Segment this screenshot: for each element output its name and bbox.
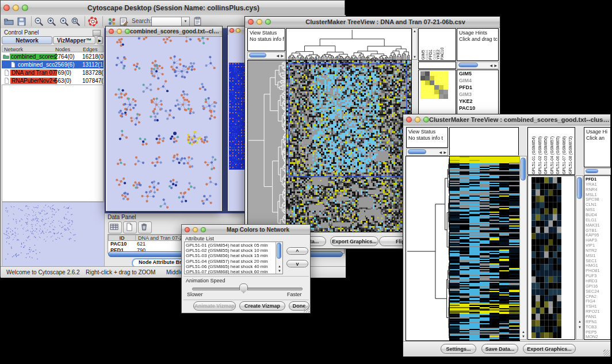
open-session-icon[interactable] xyxy=(4,17,14,26)
tv1-left-hscrollbar[interactable]: ◀ ▶ xyxy=(247,52,285,59)
tv2-gene-rpn1[interactable]: RPN1 xyxy=(586,319,597,324)
zoom-fit-icon[interactable] xyxy=(71,17,81,26)
tv2-gene-kap95[interactable]: KAP95 xyxy=(586,232,599,237)
tv2-gene-pan1[interactable]: PAN1 xyxy=(586,314,596,319)
attribute-item[interactable]: GPL51-03 (GSM856) heat shock 15 min xyxy=(186,253,268,258)
tv2-gene-mak31[interactable]: MAK31 xyxy=(586,223,600,228)
tv2-gene-gpi16[interactable]: GPI16 xyxy=(586,283,598,289)
minimize-icon[interactable] xyxy=(236,28,240,33)
attribute-table-icon[interactable] xyxy=(108,221,122,233)
column-header-edges[interactable]: Edges xyxy=(83,47,104,52)
close-icon[interactable] xyxy=(3,5,10,11)
scroll-right-icon[interactable]: ▶ xyxy=(281,54,284,58)
network-row-combinedscores[interactable]: combined_scores2764(0)16218(0) xyxy=(2,52,104,60)
zoom-window-icon[interactable] xyxy=(22,5,28,11)
minimize-icon[interactable] xyxy=(117,29,122,34)
column-header-network[interactable]: Network xyxy=(4,47,53,52)
tab-network[interactable]: Network xyxy=(2,36,52,44)
save-session-icon[interactable] xyxy=(17,17,26,26)
scroll-left-icon[interactable]: ◀ xyxy=(276,54,279,58)
tv2-gene-vip1[interactable]: VIP1 xyxy=(586,243,595,248)
float-panel-icon[interactable] xyxy=(93,30,101,36)
tv2-gene-pep5[interactable]: PEP5 xyxy=(586,329,596,335)
resize-grip[interactable] xyxy=(603,350,610,356)
tv2-gene-elg1[interactable]: ELG1 xyxy=(586,217,596,223)
tv2-gene-yra1[interactable]: YRA1 xyxy=(586,182,597,187)
tv2-gene-hrd3[interactable]: HRD3 xyxy=(586,278,597,283)
tv2-row-dendrogram[interactable] xyxy=(406,156,450,341)
attribute-item[interactable]: GPL51-06 (GSM865) heat shock 40 min xyxy=(186,264,268,269)
tv2-left-hscrollbar[interactable]: ◀ ▶ xyxy=(406,148,448,156)
network-overview-thumbnail[interactable] xyxy=(2,202,105,267)
tv2-gene-ysh1[interactable]: YSH1 xyxy=(586,304,597,309)
attribute-item[interactable]: GPL51-07 (GSM868) heat shock 60 min xyxy=(186,269,268,274)
search-input[interactable] xyxy=(151,17,182,26)
zoom-in-icon[interactable] xyxy=(47,17,56,26)
tv1-gene-gim5[interactable]: GIM5 xyxy=(459,71,472,76)
tv2-gene-pho81[interactable]: PHO81 xyxy=(586,268,600,273)
tv1-correlation-matrix[interactable] xyxy=(420,71,448,99)
network-row-rnapubernov2[interactable]: RNAPuberNov2+563(0)107847(0) xyxy=(2,76,104,85)
zoom-window-icon[interactable] xyxy=(265,19,271,25)
move-up-button[interactable]: ^ xyxy=(286,247,308,255)
tv1-button-exportgraphics[interactable]: Export Graphics... xyxy=(330,236,378,246)
map-colors-titlebar[interactable]: Map Colors to Network xyxy=(182,225,310,235)
tv2-gene-puf3[interactable]: PUF3 xyxy=(586,273,596,278)
tv2-zoom-vscrollbar[interactable]: ▲ ▼ xyxy=(576,175,583,340)
tv2-gene-spc98[interactable]: SPC98 xyxy=(586,197,599,202)
search-config-icon[interactable] xyxy=(193,17,202,26)
tv2-gene-pfd1[interactable]: PFD1 xyxy=(586,177,596,182)
tv1-gene-yke2[interactable]: YKE2 xyxy=(459,98,473,104)
tv2-gene-cln1[interactable]: CLN1 xyxy=(586,202,596,207)
tv2-gene-rpo21[interactable]: RPO21 xyxy=(586,309,600,314)
attribute-list-scrollbar[interactable]: ▲ ▼ xyxy=(276,242,282,274)
tv2-gene-fig4[interactable]: FIG4 xyxy=(586,298,595,304)
resize-grip[interactable] xyxy=(303,306,309,312)
tv2-gene-msl1[interactable]: MSL1 xyxy=(586,192,597,197)
tv2-gene-bud4[interactable]: BUD4 xyxy=(586,212,597,217)
tv2-zoom-heatmap[interactable] xyxy=(531,177,561,338)
tv1-mini-vscrollbar[interactable]: ▲ ▼ xyxy=(412,28,418,60)
close-icon[interactable] xyxy=(185,227,190,232)
tv2-gene-sec24[interactable]: SEC24 xyxy=(586,289,599,294)
tv1-right-hscrollbar[interactable]: ◀ ▶ xyxy=(457,62,499,69)
network-view-titlebar[interactable]: combined_scores_good.txt--cluste... xyxy=(106,26,222,37)
tv2-gene-hap3[interactable]: HAP3 xyxy=(586,237,597,243)
minimize-icon[interactable] xyxy=(193,227,198,232)
network-graph-canvas[interactable] xyxy=(107,37,221,211)
new-attribute-icon[interactable] xyxy=(123,221,137,233)
tab-vizmapper[interactable]: VizMapper™ xyxy=(53,36,95,44)
zoom-out-icon[interactable] xyxy=(34,17,44,26)
tv2-heatmap-vscrollbar[interactable]: ▲ ▼ xyxy=(519,156,527,340)
treeview2-titlebar[interactable]: ClusterMaker TreeView : combined_scores_… xyxy=(403,114,610,125)
tv2-gene-cpa2[interactable]: CPA2 xyxy=(586,294,596,299)
close-icon[interactable] xyxy=(109,29,114,34)
tv2-gene-hmg1[interactable]: HMG1 xyxy=(586,263,598,268)
tv1-row-dendrogram[interactable] xyxy=(247,60,286,232)
close-icon[interactable] xyxy=(406,117,412,122)
background-window-titlebar[interactable] xyxy=(228,26,246,35)
minimize-icon[interactable] xyxy=(415,117,420,122)
tv1-gene-gim4[interactable]: GIM4 xyxy=(459,78,472,83)
zoom-selected-icon[interactable] xyxy=(59,17,69,26)
tv1-heatmap[interactable] xyxy=(286,60,412,232)
help-ring-icon[interactable] xyxy=(88,17,98,26)
zoom-window-icon[interactable] xyxy=(201,227,206,232)
attribute-item[interactable]: GPL51-01 (GSM854) heat shock 05 min xyxy=(186,243,268,248)
annotations-icon[interactable] xyxy=(118,17,128,26)
close-icon[interactable] xyxy=(230,28,234,33)
network-row-combinedsco[interactable]: combined_sco2569(6)13112(15) xyxy=(2,60,104,68)
tv2-button-savedata[interactable]: Save Data... xyxy=(481,344,518,354)
tv2-gene-mon2[interactable]: MON2 xyxy=(586,334,598,339)
tv2-gene-rnr4[interactable]: RNR4 xyxy=(586,187,597,192)
tab-overflow-arrow[interactable]: ▶ xyxy=(97,36,103,44)
dialog-button-createvizmap[interactable]: Create Vizmap xyxy=(239,301,285,311)
network-row-dnaandtran07[interactable]: DNA and Tran 07769(0)183728(0) xyxy=(2,68,104,76)
search-dropdown-icon[interactable]: ▼ xyxy=(181,17,190,26)
tv1-gene-gim3[interactable]: GIM3 xyxy=(459,91,472,97)
tv2-gene-nis1[interactable]: NIS1 xyxy=(586,207,595,212)
tv2-button-settings[interactable]: Settings... xyxy=(441,344,476,354)
tv1-column-dendrogram[interactable] xyxy=(286,28,412,60)
tv2-gene-ntr2[interactable]: NTR2 xyxy=(586,248,597,253)
treeview1-titlebar[interactable]: ClusterMaker TreeView : DNA and Tran 07-… xyxy=(245,17,500,28)
